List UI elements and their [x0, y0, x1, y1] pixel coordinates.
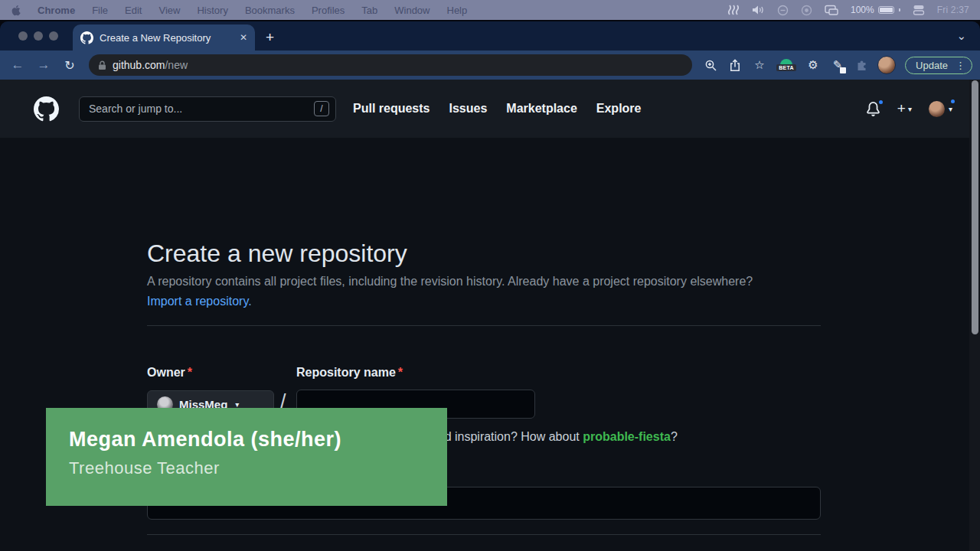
menubar-item-chrome[interactable]: Chrome [38, 5, 75, 16]
menubar-item-history[interactable]: History [197, 5, 227, 16]
battery-percent: 100% [851, 5, 874, 15]
nav-issues[interactable]: Issues [449, 102, 487, 116]
screen-mirroring-icon[interactable] [825, 5, 838, 15]
user-avatar [929, 101, 945, 117]
menubar-item-window[interactable]: Window [394, 5, 430, 16]
notifications-bell[interactable] [866, 102, 880, 116]
browser-profile-avatar[interactable] [877, 56, 896, 74]
minimize-window-button[interactable] [34, 31, 43, 41]
pen-extension-icon[interactable]: ✎ [828, 56, 847, 74]
menubar-item-profiles[interactable]: Profiles [312, 5, 345, 16]
battery-indicator[interactable]: 100% [851, 5, 900, 15]
lock-icon [98, 60, 106, 70]
settings-extension-icon[interactable]: ⚙ [804, 56, 822, 74]
forward-button[interactable]: → [34, 55, 54, 75]
traffic-lights [18, 31, 58, 41]
macos-menubar: Chrome File Edit View History Bookmarks … [0, 0, 980, 20]
scrollbar-track[interactable] [969, 80, 980, 551]
slash-key-hint: / [314, 101, 329, 116]
github-nav: Pull requests Issues Marketplace Explore [353, 102, 641, 116]
required-asterisk: * [398, 366, 403, 379]
suggestion-suffix: ? [671, 430, 678, 443]
extensions-puzzle-icon[interactable] [853, 56, 871, 74]
user-menu[interactable]: ▾ [929, 101, 952, 117]
create-new-dropdown[interactable]: + ▾ [897, 100, 912, 117]
waves-status-icon[interactable] [727, 5, 740, 15]
new-tab-button[interactable]: + [266, 29, 274, 46]
menubar-item-file[interactable]: File [92, 5, 108, 16]
record-status-icon[interactable] [801, 5, 812, 16]
pen-square-shape [840, 67, 846, 73]
page-title: Create a new repository [147, 240, 407, 268]
menubar-item-bookmarks[interactable]: Bookmarks [245, 5, 295, 16]
divider [147, 534, 821, 535]
chrome-update-button[interactable]: Update ⋮ [905, 57, 972, 74]
share-icon[interactable] [726, 56, 744, 74]
intro-text: A repository contains all project files,… [147, 275, 753, 288]
battery-nub [899, 8, 900, 11]
suggested-repo-name-link[interactable]: probable-fiesta [583, 430, 671, 443]
url-host: github.com [113, 59, 165, 71]
beta-extension-icon[interactable]: BETA [775, 59, 798, 71]
owner-label-text: Owner [147, 366, 185, 379]
unread-notifications-dot [877, 99, 884, 106]
url-path: /new [165, 59, 188, 71]
zoom-window-button[interactable] [49, 31, 58, 41]
browser-menu-dots-icon[interactable]: ⋮ [956, 60, 965, 71]
input-source-icon[interactable] [913, 5, 925, 15]
scrollbar-thumb[interactable] [972, 80, 978, 334]
owner-label: Owner* [147, 366, 192, 380]
divider [147, 325, 821, 326]
presenter-lower-third: Megan Amendola (she/her) Treehouse Teach… [46, 408, 447, 506]
search-input[interactable] [89, 103, 314, 115]
update-label: Update [916, 60, 948, 71]
menubar-item-help[interactable]: Help [447, 5, 468, 16]
browser-tab[interactable]: Create a New Repository ✕ [73, 24, 255, 51]
back-button[interactable]: ← [8, 55, 28, 75]
bookmark-star-icon[interactable]: ☆ [750, 56, 769, 74]
github-header: / Pull requests Issues Marketplace Explo… [0, 80, 980, 138]
nav-pull-requests[interactable]: Pull requests [353, 102, 430, 116]
import-repository-link[interactable]: Import a repository. [147, 295, 252, 308]
tab-title: Create a New Repository [100, 32, 234, 44]
presenter-name: Megan Amendola (she/her) [69, 428, 447, 452]
required-asterisk: * [188, 366, 192, 379]
tab-strip: Create a New Repository ✕ + ⌄ [0, 21, 980, 51]
caret-down-icon: ▾ [908, 105, 912, 113]
menubar-clock[interactable]: Fri 2:37 [937, 5, 969, 15]
browser-toolbar: ← → ↻ github.com/new ☆ BETA ⚙ ✎ Update ⋮ [0, 51, 980, 80]
github-favicon [80, 31, 93, 44]
nav-explore[interactable]: Explore [596, 102, 642, 116]
volume-icon[interactable] [752, 5, 765, 15]
plus-icon: + [897, 100, 906, 117]
zoom-page-icon[interactable] [701, 56, 720, 74]
intro-paragraph: A repository contains all project files,… [147, 272, 773, 311]
avatar-status-dot [949, 98, 956, 105]
close-window-button[interactable] [18, 31, 28, 41]
nav-marketplace[interactable]: Marketplace [506, 102, 577, 116]
repository-name-label: Repository name* [296, 366, 403, 380]
tab-close-icon[interactable]: ✕ [240, 32, 247, 43]
github-search-box[interactable]: / [79, 96, 336, 122]
menubar-item-tab[interactable]: Tab [361, 5, 377, 16]
battery-icon [878, 6, 894, 14]
apple-menu-icon[interactable] [11, 5, 21, 16]
caret-down-icon: ▾ [949, 105, 952, 113]
dnd-icon[interactable] [777, 5, 789, 16]
beta-badge: BETA [776, 64, 796, 71]
github-logo[interactable] [34, 96, 59, 122]
menubar-item-edit[interactable]: Edit [125, 5, 142, 16]
menubar-item-view[interactable]: View [158, 5, 180, 16]
repo-name-label-text: Repository name [296, 366, 396, 379]
tab-search-chevron-icon[interactable]: ⌄ [956, 29, 966, 43]
address-bar[interactable]: github.com/new [89, 54, 692, 76]
presenter-role: Treehouse Teacher [69, 458, 447, 478]
reload-button[interactable]: ↻ [60, 55, 80, 75]
